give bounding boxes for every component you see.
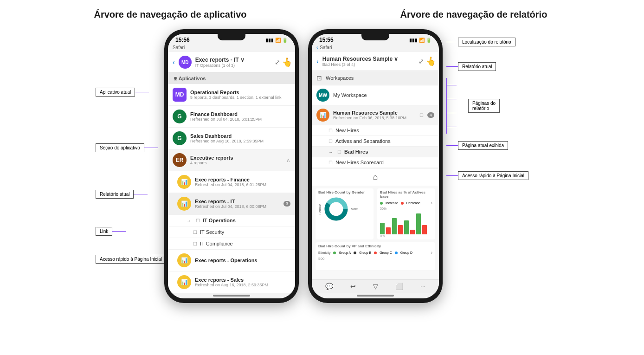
bar-2-increase xyxy=(392,218,397,234)
right-header-text: Human Resources Sample ∨ Bad Hires (3 of… xyxy=(322,56,415,67)
bar-chart-box: Bad Hires as % of Actives base Increase … xyxy=(377,188,435,239)
page-header: Árvore de navegação de aplicativo Árvore… xyxy=(19,9,625,20)
chart3-nav[interactable]: › xyxy=(431,250,432,255)
right-back-button[interactable]: ‹ xyxy=(316,58,319,65)
donut-chart-box: Bad Hire Count by Gender Female Male xyxy=(316,188,374,239)
cursor-hand-right: 👆 xyxy=(425,55,437,67)
phone-notch xyxy=(218,34,245,40)
ann-link-label: Link xyxy=(96,227,112,236)
exec-it-sub: Refreshed on Jul 04, 2018, 6:00:08PM xyxy=(195,204,280,209)
ann-location-label: Localização do relatório xyxy=(458,38,515,46)
r-safari-back[interactable]: ‹ xyxy=(316,45,318,50)
more-icon-toolbar[interactable]: ··· xyxy=(420,283,426,290)
finance-name: Finance Dashboard xyxy=(190,111,290,117)
comment-icon[interactable]: 💬 xyxy=(325,283,333,290)
left-header-text: Exec reports - IT ∨ IT Operations (1 of … xyxy=(195,57,271,68)
ann-location-line xyxy=(446,42,458,42)
page-bad-hires-label[interactable]: Bad Hires xyxy=(344,149,368,155)
left-phone-frame: 15:56 ▮▮▮ 📶 🔋 Safari ‹ MD Exec xyxy=(164,29,299,303)
ethnicity-legend: Ethnicity Group A Group B Group C Group … xyxy=(318,250,432,255)
groupC-dot xyxy=(374,252,377,254)
ann-report-line xyxy=(134,194,148,194)
page-it-compliance[interactable]: ☐ IT Compliance xyxy=(168,238,295,250)
page-new-hires[interactable]: ☐ New Hires xyxy=(312,125,439,136)
increase-dot xyxy=(380,202,383,205)
share-icon[interactable]: ⬜ xyxy=(395,283,403,290)
r-safari-label: Safari xyxy=(320,45,332,50)
sales-dashboard-item[interactable]: G Sales Dashboard Refreshed on Aug 16, 2… xyxy=(168,128,295,149)
exec-it-item[interactable]: 📊 Exec reports - IT Refreshed on Jul 04,… xyxy=(168,193,295,215)
operational-reports-item[interactable]: MD Operational Reports 5 reports, 3 dash… xyxy=(168,84,295,106)
ann-current-page-line xyxy=(446,145,458,146)
ann-section-label: Seção do aplicativo xyxy=(96,143,144,152)
page-icon-actives: ☐ xyxy=(328,139,333,144)
sales-sub: Refreshed on Aug 16, 2018, 2:59:35PM xyxy=(190,139,290,143)
hr-report-item[interactable]: 📊 Human Resources Sample Refreshed on Fe… xyxy=(312,105,439,125)
bottom-toolbar: 💬 ↩ ▽ ⬜ ··· xyxy=(312,279,439,293)
exec-it-badge: 3 xyxy=(283,201,290,207)
page-it-operations[interactable]: → ☐ IT Operations xyxy=(168,215,295,226)
page-actives-label[interactable]: Actives and Separations xyxy=(335,138,391,144)
finance-icon: G xyxy=(173,110,187,123)
right-status-icons: ▮▮▮ 📶 🔋 xyxy=(409,38,431,43)
page-compliance-label[interactable]: IT Compliance xyxy=(200,241,233,246)
exec-it-name: Exec reports - IT xyxy=(195,199,280,204)
groupD-label: Group D xyxy=(400,251,412,254)
groupB-label: Group B xyxy=(359,251,371,254)
my-workspace-label: My Workspace xyxy=(333,92,367,98)
page-operations-label[interactable]: IT Operations xyxy=(203,218,236,223)
left-app-header[interactable]: ‹ MD Exec reports - IT ∨ IT Operations (… xyxy=(168,52,295,73)
chart3-box: Bad Hire Count by VP and Ethnicity Ethni… xyxy=(316,242,435,270)
workspaces-item[interactable]: ⊡ Workspaces xyxy=(312,71,439,85)
pages-bracket-area: Páginas do relatório xyxy=(446,78,548,134)
ann-page-3 xyxy=(447,106,457,120)
page-security-label[interactable]: IT Security xyxy=(200,229,224,235)
expand-icon[interactable]: ⤢ xyxy=(275,58,280,66)
workspaces-label: Workspaces xyxy=(326,75,354,81)
exec-sales-item[interactable]: 📊 Exec reports - Sales Refreshed on Aug … xyxy=(168,271,295,293)
nav-arrow[interactable]: › xyxy=(431,200,432,206)
right-phone-inner: 15:55 ▮▮▮ 📶 🔋 ‹ Safari ‹ Human xyxy=(312,34,439,298)
r-expand-icon[interactable]: ⤢ xyxy=(419,58,424,65)
bar-3-increase xyxy=(404,220,409,234)
page-new-hires-label[interactable]: New Hires xyxy=(335,128,359,133)
exec-sales-name: Exec reports - Sales xyxy=(195,277,290,283)
page-it-security[interactable]: ☐ IT Security xyxy=(168,226,295,238)
exec-finance-item[interactable]: 📊 Exec reports - Finance Refreshed on Ju… xyxy=(168,171,295,193)
page-bad-hires[interactable]: → ☐ Bad Hires xyxy=(312,147,439,157)
right-header-title: Human Resources Sample ∨ xyxy=(322,56,415,62)
donut-chart-svg xyxy=(323,196,349,222)
cursor-hand-left: 👆 xyxy=(281,56,293,68)
page-icon-scorecard: ☐ xyxy=(328,160,333,165)
groupA-dot xyxy=(333,252,336,254)
undo-icon[interactable]: ↩ xyxy=(350,283,356,290)
left-annotations: Aplicativo atual Seção do aplicativo Rel… xyxy=(96,64,161,268)
exec-it-icon: 📊 xyxy=(177,197,191,211)
finance-dashboard-item[interactable]: G Finance Dashboard Refreshed on Jul 04,… xyxy=(168,106,295,128)
operational-reports-text: Operational Reports 5 reports, 3 dashboa… xyxy=(190,90,290,100)
left-phone-section: Aplicativo atual Seção do aplicativo Rel… xyxy=(96,29,299,303)
right-home-indicator xyxy=(357,295,394,297)
my-workspace-item[interactable]: MW My Workspace xyxy=(312,85,439,105)
exec-operations-item[interactable]: 📊 Exec reports - Operations xyxy=(168,250,295,271)
hr-report-name: Human Resources Sample xyxy=(333,110,416,116)
page-scorecard[interactable]: ☐ New Hires Scorecard xyxy=(312,157,439,168)
exec-reports-section[interactable]: ER Executive reports 4 reports ∧ xyxy=(168,149,295,171)
groupD-dot xyxy=(395,252,398,254)
page-scorecard-label[interactable]: New Hires Scorecard xyxy=(335,160,384,165)
ann-current-page: Página atual exibida xyxy=(446,138,548,152)
exec-section-name: Executive reports xyxy=(190,155,283,161)
collapse-icon[interactable]: ∧ xyxy=(286,157,290,163)
operational-reports-name: Operational Reports xyxy=(190,90,290,95)
right-home-button[interactable]: ⌂ xyxy=(373,172,378,182)
exec-finance-text: Exec reports - Finance Refreshed on Jul … xyxy=(195,177,290,187)
page-icon-security: ☐ xyxy=(193,230,197,235)
page-actives[interactable]: ☐ Actives and Separations xyxy=(312,136,439,147)
ethnicity-label: Ethnicity xyxy=(318,251,330,254)
pages-main-ann: Páginas do relatório xyxy=(459,78,500,134)
filter-icon[interactable]: ▽ xyxy=(373,283,378,290)
bar-1-decrease xyxy=(386,227,391,234)
right-app-header[interactable]: ‹ Human Resources Sample ∨ Bad Hires (3 … xyxy=(312,52,439,71)
back-button[interactable]: ‹ xyxy=(173,58,175,66)
ann-quick-home: Acesso rápido à Página Inicial xyxy=(446,161,548,189)
